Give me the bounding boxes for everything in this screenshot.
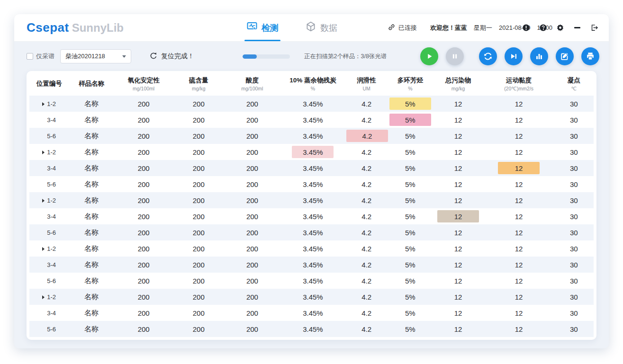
link-icon <box>388 23 396 33</box>
cell-position: 1-2 <box>29 192 69 208</box>
column-header: 总污染物mg/kg <box>433 72 483 96</box>
collect-only-label: 仅采谱 <box>36 52 54 61</box>
table-header-row: 位置编号样品名称氧化安定性mg/100ml硫含量mg/kg酸度mg/100ml1… <box>29 72 594 96</box>
cell: 12 <box>433 289 483 305</box>
cell: 200 <box>173 112 224 128</box>
table-row[interactable]: 3-4名称2002002003.45%4.25%121230 <box>29 257 594 273</box>
expand-arrow-icon[interactable] <box>42 102 45 106</box>
edit-button[interactable] <box>556 47 574 65</box>
cell: 12 <box>484 96 554 112</box>
tab-detection[interactable]: 检测 <box>246 14 279 41</box>
expand-arrow-icon[interactable] <box>42 151 45 154</box>
print-button[interactable] <box>581 47 599 65</box>
chart-button[interactable] <box>530 47 548 65</box>
cell: 200 <box>173 224 224 240</box>
cell: 5% <box>388 112 433 128</box>
active-tab-underline <box>244 40 280 41</box>
minimize-icon[interactable] <box>573 24 581 32</box>
cell: 12 <box>484 176 554 192</box>
collect-only-checkbox[interactable] <box>27 53 33 60</box>
cell: 5% <box>388 176 433 192</box>
main-nav: 检测 数据 <box>246 14 337 41</box>
cell: 4.2 <box>345 128 388 144</box>
settings-icon[interactable] <box>556 24 564 32</box>
sample-select[interactable]: 柴油20201218 <box>60 49 131 63</box>
table-row[interactable]: 1-2名称2002002003.45%4.25%121230 <box>29 289 594 305</box>
rescan-button[interactable] <box>479 47 497 65</box>
cell: 12 <box>484 240 554 257</box>
welcome-text: 欢迎您！蓝蓝 <box>430 24 467 32</box>
table-row[interactable]: 3-4名称2002002003.45%4.25%121230 <box>29 208 594 224</box>
cell: 名称 <box>69 208 114 224</box>
table-row[interactable]: 1-2名称2002002003.45%4.25%121230 <box>29 192 594 208</box>
cell: 12 <box>484 289 554 305</box>
cell: 12 <box>484 208 554 224</box>
table-row[interactable]: 5-6名称2002002003.45%4.25%121230 <box>29 176 594 192</box>
cell: 200 <box>224 273 280 289</box>
table-row[interactable]: 5-6名称2002002003.45%4.25%121230 <box>29 273 594 289</box>
cell: 3.45% <box>280 224 345 240</box>
cell: 4.2 <box>345 144 388 160</box>
app-header: Csepat SunnyLib 检测 <box>14 14 609 42</box>
highlighted-cell-value: 4.2 <box>346 130 388 142</box>
cell: 30 <box>554 240 594 257</box>
help-icon[interactable] <box>539 24 547 32</box>
cell: 5% <box>388 321 433 337</box>
cell-position: 5-6 <box>29 273 69 289</box>
table-row[interactable]: 1-2名称2002002003.45%4.25%121230 <box>29 144 594 160</box>
detection-monitor-icon <box>246 21 258 35</box>
table-row[interactable]: 1-2名称2002002003.45%4.25%121230 <box>29 240 594 257</box>
cell: 3.45% <box>280 128 345 144</box>
cell: 200 <box>173 192 224 208</box>
tab-data-label: 数据 <box>320 22 337 34</box>
cell: 名称 <box>69 240 114 257</box>
expand-arrow-icon[interactable] <box>42 295 45 299</box>
cell: 30 <box>554 321 594 337</box>
cell: 3.45% <box>280 144 345 160</box>
cell: 4.2 <box>345 160 388 176</box>
cell: 200 <box>114 144 173 160</box>
cell: 200 <box>224 176 280 192</box>
start-button[interactable] <box>420 47 438 65</box>
cell: 12 <box>433 208 483 224</box>
cell: 200 <box>114 128 173 144</box>
cell: 12 <box>484 224 554 240</box>
chevron-down-icon <box>122 55 126 58</box>
table-row[interactable]: 5-6名称2002002003.45%4.25%121230 <box>29 128 594 144</box>
column-header: 凝点℃ <box>554 72 594 96</box>
table-row[interactable]: 3-4名称2002002003.45%4.25%121230 <box>29 160 594 176</box>
cell: 200 <box>173 160 224 176</box>
collect-only-option: 仅采谱 <box>27 52 54 61</box>
info-icon[interactable] <box>522 24 530 32</box>
expand-arrow-icon[interactable] <box>42 199 45 203</box>
next-button[interactable] <box>505 47 523 65</box>
cell: 12 <box>433 321 483 337</box>
table-row[interactable]: 1-2名称2002002003.45%4.25%121230 <box>29 96 594 112</box>
cell: 30 <box>554 224 594 240</box>
cell-position: 5-6 <box>29 321 69 337</box>
table-row[interactable]: 5-6名称2002002003.45%4.25%121230 <box>29 224 594 240</box>
cell: 名称 <box>69 176 114 192</box>
table-row[interactable]: 3-4名称2002002003.45%4.25%121230 <box>29 305 594 321</box>
table-row[interactable]: 3-4名称2002002003.45%4.25%121230 <box>29 112 594 128</box>
cell: 200 <box>173 144 224 160</box>
table-row[interactable]: 5-6名称2002002003.45%4.25%121230 <box>29 321 594 337</box>
cell-position: 5-6 <box>29 224 69 240</box>
cell: 5% <box>388 144 433 160</box>
cell: 12 <box>433 144 483 160</box>
pause-button[interactable] <box>446 47 464 65</box>
expand-arrow-icon[interactable] <box>42 247 45 251</box>
cell: 30 <box>554 144 594 160</box>
cell: 12 <box>484 112 554 128</box>
cell: 200 <box>114 96 173 112</box>
scan-status-text: 正在扫描第2个样品：3/8张光谱 <box>304 53 387 61</box>
cell: 4.2 <box>345 273 388 289</box>
results-panel: 位置编号样品名称氧化安定性mg/100ml硫含量mg/kg酸度mg/100ml1… <box>27 71 596 340</box>
cell: 12 <box>433 160 483 176</box>
tab-data[interactable]: 数据 <box>305 14 337 41</box>
cell: 3.45% <box>280 192 345 208</box>
exit-icon[interactable] <box>590 24 598 32</box>
column-header: 润滑性UM <box>345 72 388 96</box>
cell: 200 <box>224 128 280 144</box>
reset-icon[interactable] <box>149 52 158 62</box>
